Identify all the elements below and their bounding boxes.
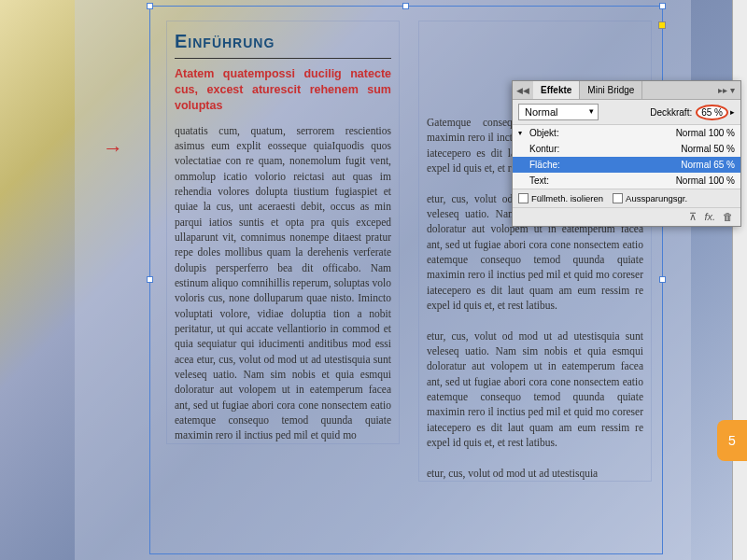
fx-button-icon[interactable]: fx.: [704, 211, 715, 223]
clear-effects-icon[interactable]: ⊼: [689, 211, 697, 223]
checkbox-icon[interactable]: [518, 193, 529, 203]
knockout-group-checkbox[interactable]: Aussparungsgr.: [613, 193, 687, 203]
resize-handle[interactable]: [402, 3, 409, 9]
text-column-1[interactable]: Einführung Atatem quatempossi ducilig na…: [166, 21, 400, 444]
list-row-stroke[interactable]: Kontur: Normal 50 %: [513, 141, 740, 157]
list-row-fill[interactable]: Fläche: Normal 65 %: [513, 157, 740, 173]
checkbox-label: Aussparungsgr.: [626, 193, 687, 203]
row-value: Normal 50 %: [681, 144, 735, 154]
heading: Einführung: [167, 21, 399, 56]
list-row-text[interactable]: Text: Normal 100 %: [513, 173, 740, 189]
tab-minibridge[interactable]: Mini Bridge: [580, 81, 642, 99]
resize-handle[interactable]: [659, 276, 666, 283]
trash-icon[interactable]: 🗑: [723, 211, 733, 223]
subheading: Atatem quatempossi ducilig natecte cus, …: [167, 66, 399, 123]
resize-handle[interactable]: [147, 276, 153, 283]
row-label: Text:: [529, 175, 595, 186]
disclosure-icon[interactable]: ▾: [518, 129, 529, 137]
row-value: Normal 100 %: [676, 128, 735, 138]
resize-handle[interactable]: [659, 3, 666, 9]
row-label: Objekt:: [529, 128, 595, 138]
heading-rule: [175, 58, 391, 59]
panel-options-row: Füllmeth. isolieren Aussparungsgr.: [513, 189, 740, 207]
target-list: ▾ Objekt: Normal 100 % Kontur: Normal 50…: [513, 125, 740, 189]
panel-tab-bar: ◀◀ Effekte Mini Bridge ▸▸ ▾: [513, 81, 740, 100]
checkbox-label: Füllmeth. isolieren: [531, 193, 603, 203]
opacity-label: Deckkraft:: [650, 107, 692, 118]
annotation-arrow-icon: →: [103, 136, 123, 161]
row-label: Fläche:: [529, 160, 595, 170]
isolate-blending-checkbox[interactable]: Füllmeth. isolieren: [518, 193, 603, 203]
checkbox-icon[interactable]: [613, 193, 623, 203]
live-corner-handle[interactable]: [658, 21, 666, 29]
row-value: Normal 100 %: [676, 175, 735, 186]
page-number: 5: [728, 433, 736, 448]
body-text: quatatis cum, quatum, serrorem rescienti…: [167, 123, 399, 443]
panel-menu-icon[interactable]: ▸▸ ▾: [712, 83, 740, 97]
row-value: Normal 65 %: [681, 160, 735, 170]
blend-mode-dropdown[interactable]: Normal: [518, 104, 599, 120]
effects-panel: ◀◀ Effekte Mini Bridge ▸▸ ▾ Normal Deckk…: [512, 80, 741, 227]
blend-opacity-row: Normal Deckkraft: 65 % ▸: [513, 100, 740, 125]
opacity-flyout-icon[interactable]: ▸: [730, 107, 735, 117]
panel-footer: ⊼ fx. 🗑: [513, 207, 740, 226]
collapse-icon[interactable]: ◀◀: [513, 84, 533, 97]
opacity-value[interactable]: 65 %: [696, 105, 728, 120]
row-label: Kontur:: [529, 144, 595, 154]
tab-effects[interactable]: Effekte: [533, 81, 580, 99]
page-number-tab[interactable]: 5: [717, 420, 747, 461]
list-row-object[interactable]: ▾ Objekt: Normal 100 %: [513, 125, 740, 141]
resize-handle[interactable]: [147, 3, 153, 9]
